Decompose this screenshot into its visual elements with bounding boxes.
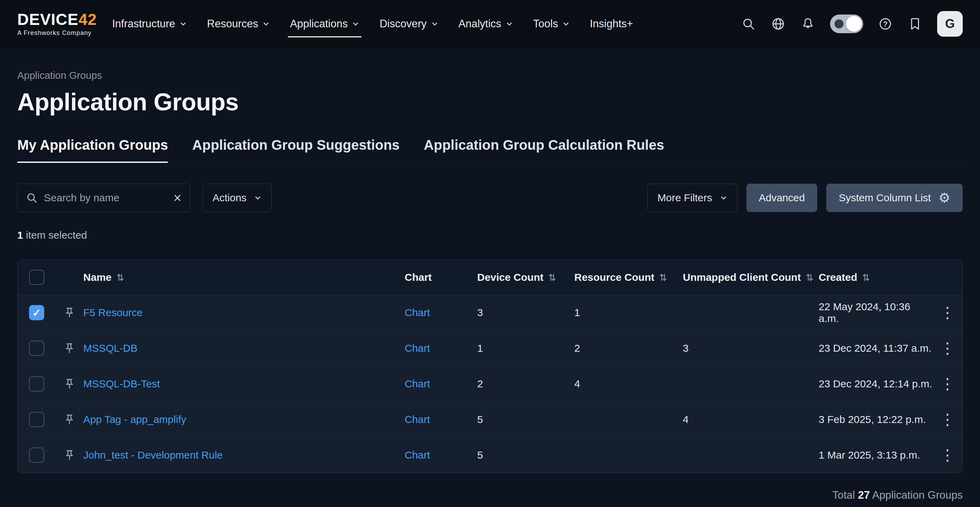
group-name-link[interactable]: F5 Resource [83,307,143,318]
chevron-down-icon [254,194,262,202]
total-number: 27 [858,489,870,501]
chart-link[interactable]: Chart [405,378,430,389]
group-name-link[interactable]: MSSQL-DB [83,343,138,354]
bookmark-icon[interactable] [907,16,923,32]
row-checkbox[interactable]: ✓ [29,341,44,356]
device-count-cell: 3 [477,307,574,319]
header-created[interactable]: Created⇅ [819,271,933,283]
brand-tagline: A Freshworks Company [17,29,97,37]
theme-toggle[interactable] [830,14,863,33]
group-name-link[interactable]: John_test - Development Rule [83,449,223,461]
chevron-down-icon [562,20,570,28]
nav-label: Discovery [379,18,426,30]
sort-icon[interactable]: ⇅ [659,273,667,283]
gear-icon: ⚙ [939,191,950,204]
chart-link[interactable]: Chart [405,449,430,461]
kebab-menu-icon[interactable]: ⋮ [937,448,959,463]
globe-icon[interactable] [771,16,786,32]
chevron-down-icon [720,194,727,202]
chevron-down-icon [179,20,187,28]
sort-icon[interactable]: ⇅ [862,273,870,283]
pin-icon[interactable] [62,377,76,391]
nav-infrastructure[interactable]: Infrastructure [112,0,187,48]
device-count-cell: 2 [477,378,574,390]
nav-resources[interactable]: Resources [207,0,270,48]
pin-icon[interactable] [62,341,76,355]
search-icon [26,192,38,204]
chevron-down-icon [352,20,360,28]
search-box: × [17,183,190,212]
tab-bar: My Application Groups Application Group … [17,137,963,163]
kebab-menu-icon[interactable]: ⋮ [937,412,959,427]
row-checkbox[interactable]: ✓ [29,448,44,463]
header-unmapped-client-count[interactable]: Unmapped Client Count⇅ [683,271,819,283]
advanced-button[interactable]: Advanced [746,183,817,212]
sort-icon[interactable]: ⇅ [549,273,556,283]
tab-application-group-calculation-rules[interactable]: Application Group Calculation Rules [424,137,664,163]
avatar[interactable]: G [937,11,963,37]
nav-tools[interactable]: Tools [533,0,570,48]
brand-logo[interactable]: DEVICE42 A Freshworks Company [17,11,97,37]
sort-icon[interactable]: ⇅ [116,273,124,283]
moon-icon [835,19,843,29]
header-name[interactable]: Name⇅ [83,271,405,283]
clear-search-icon[interactable]: × [173,191,181,205]
chart-link[interactable]: Chart [405,343,430,354]
brand-wordmark: DEVICE42 [17,11,97,27]
row-checkbox[interactable]: ✓ [29,376,44,392]
pin-icon[interactable] [62,413,76,426]
toggle-knob [846,16,862,32]
header-resource-count[interactable]: Resource Count⇅ [574,271,683,283]
nav-label: Analytics [458,18,501,30]
chevron-down-icon [262,20,270,28]
main-content: Application Groups Application Groups My… [0,70,980,501]
search-icon[interactable] [741,16,756,32]
table-row: ✓ App Tag - app_amplify Chart 5 4 3 Feb … [18,402,963,437]
select-all-checkbox[interactable]: ✓ [29,270,44,285]
nav-discovery[interactable]: Discovery [379,0,438,48]
breadcrumb[interactable]: Application Groups [17,70,963,81]
pin-icon[interactable] [62,448,76,462]
tab-my-application-groups[interactable]: My Application Groups [17,137,168,163]
search-input[interactable] [44,192,167,204]
resource-count-cell: 1 [574,307,683,319]
nav-label: Tools [533,18,558,30]
nav-label: Infrastructure [112,18,175,30]
selection-status: 1 item selected [17,229,963,241]
nav-analytics[interactable]: Analytics [458,0,513,48]
device-count-cell: 1 [477,343,574,354]
kebab-menu-icon[interactable]: ⋮ [937,341,959,356]
check-icon: ✓ [32,307,41,319]
row-checkbox[interactable]: ✓ [29,412,44,427]
actions-dropdown[interactable]: Actions [202,183,272,212]
kebab-menu-icon[interactable]: ⋮ [937,376,959,392]
more-filters-dropdown[interactable]: More Filters [647,183,737,212]
pin-icon[interactable] [62,306,76,320]
sort-icon[interactable]: ⇅ [806,273,814,283]
group-name-link[interactable]: MSSQL-DB-Test [83,378,160,389]
chart-link[interactable]: Chart [405,414,430,425]
created-cell: 23 Dec 2024, 12:14 p.m. [819,378,933,390]
tab-application-group-suggestions[interactable]: Application Group Suggestions [192,137,399,163]
chart-link[interactable]: Chart [405,307,430,318]
nav-insights[interactable]: Insights+ [590,0,633,48]
filter-row: × Actions More Filters Advanced System C… [17,183,963,212]
nav-applications[interactable]: Applications [290,0,360,48]
group-name-link[interactable]: App Tag - app_amplify [83,414,186,425]
kebab-menu-icon[interactable]: ⋮ [937,305,959,320]
system-column-list-button[interactable]: System Column List ⚙ [826,183,963,212]
header-chart: Chart [405,271,477,283]
header-device-count[interactable]: Device Count⇅ [477,271,574,283]
system-column-list-label: System Column List [838,192,931,204]
resource-count-cell: 2 [574,343,683,354]
help-icon[interactable]: ? [878,16,893,32]
row-checkbox[interactable]: ✓ [29,305,44,320]
svg-text:?: ? [883,20,888,29]
table-row: ✓ MSSQL-DB Chart 1 2 3 23 Dec 2024, 11:3… [18,330,963,366]
table-row: ✓ John_test - Development Rule Chart 5 1… [18,437,963,473]
nav-label: Resources [207,18,258,30]
selection-count: 1 [17,229,23,241]
bell-icon[interactable] [800,16,816,32]
header-checkbox-cell: ✓ [18,270,56,285]
brand-device: DEVICE [17,10,78,29]
